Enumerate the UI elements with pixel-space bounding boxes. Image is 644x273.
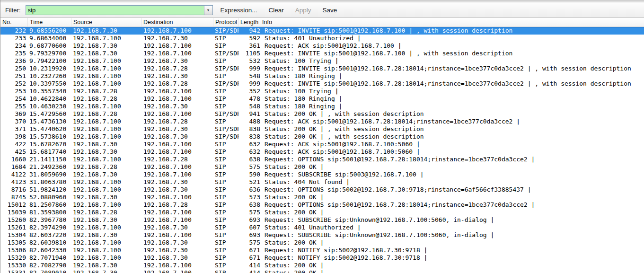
apply-button: Apply	[291, 5, 316, 16]
packet-row[interactable]: 37015.4736130192.168.7.100192.168.7.28SI…	[0, 118, 644, 125]
packet-row[interactable]: 1526182.3974290192.168.7.100192.168.7.30…	[0, 224, 644, 231]
packet-row[interactable]: 1532982.7071940192.168.7.100192.168.7.30…	[0, 254, 644, 262]
column-header-info[interactable]: Info	[260, 18, 644, 26]
packet-row[interactable]: 2339.68634000192.168.7.100192.168.7.30SI…	[0, 35, 644, 42]
packet-destination: 192.168.7.100	[141, 262, 213, 269]
packet-length: 548	[238, 72, 260, 80]
packet-info: Status: 180 Ringing |	[260, 72, 644, 80]
packet-source: 192.168.7.28	[71, 95, 141, 103]
packet-protocol: SIP/SDP	[213, 80, 238, 88]
packet-row[interactable]: 874552.0880960192.168.7.30192.168.7.100S…	[0, 194, 644, 201]
packet-row[interactable]: 1503981.3593800192.168.7.28192.168.7.100…	[0, 209, 644, 216]
packet-length: 532	[238, 57, 260, 65]
packet-destination: 192.168.7.100	[141, 216, 213, 224]
packet-row[interactable]: 25110.2327260192.168.7.100192.168.7.30SI…	[0, 72, 644, 80]
packet-protocol: SIP/SDP	[213, 50, 238, 57]
packet-list-header: No. Time Source Destination Protocol Len…	[0, 18, 644, 27]
filter-label: Filter:	[5, 7, 21, 14]
column-header-length[interactable]: Length	[238, 18, 260, 26]
packet-info: Status: 200 OK | , with session descript…	[260, 125, 644, 133]
column-header-no[interactable]: No.	[0, 18, 28, 26]
packet-number: 253	[0, 88, 28, 95]
packet-number: 371	[0, 125, 28, 133]
packet-number: 15304	[0, 231, 28, 239]
packet-row[interactable]: 36915.4729560192.168.7.28192.168.7.100SI…	[0, 110, 644, 118]
column-header-protocol[interactable]: Protocol	[213, 18, 238, 26]
packet-row[interactable]: 25410.4622840192.168.7.28192.168.7.100SI…	[0, 95, 644, 103]
packet-row[interactable]: 42215.6782670192.168.7.30192.168.7.100SI…	[0, 141, 644, 148]
expression-button[interactable]: Expression...	[216, 5, 262, 16]
packet-length: 1105	[238, 50, 260, 57]
packet-source: 192.168.7.100	[71, 247, 141, 254]
packet-length: 838	[238, 125, 260, 133]
packet-number: 255	[0, 103, 28, 110]
packet-time: 10.2327260	[28, 72, 71, 80]
save-button[interactable]: Save	[318, 5, 342, 16]
packet-destination: 192.168.7.30	[141, 35, 213, 42]
packet-row[interactable]: 871651.9824120192.168.7.100192.168.7.30S…	[0, 186, 644, 194]
packet-length: 414	[238, 269, 260, 273]
packet-length: 693	[238, 216, 260, 224]
filter-input[interactable]	[26, 6, 204, 15]
packet-protocol: SIP	[213, 178, 238, 186]
packet-row[interactable]: 25310.3557340192.168.7.28192.168.7.100SI…	[0, 88, 644, 95]
packet-row[interactable]: 2349.68770600192.168.7.30192.168.7.100SI…	[0, 42, 644, 50]
packet-protocol: SIP	[213, 156, 238, 163]
packet-info: Status: 401 Unauthorized |	[260, 224, 644, 231]
packet-protocol: SIP	[213, 141, 238, 148]
packet-row[interactable]: 1533082.7082790192.168.7.30192.168.7.100…	[0, 262, 644, 269]
packet-length: 352	[238, 88, 260, 95]
column-header-source[interactable]: Source	[71, 18, 141, 26]
packet-row[interactable]: 25010.2319920192.168.7.100192.168.7.28SI…	[0, 65, 644, 72]
packet-time: 9.68770600	[28, 42, 71, 50]
packet-length: 638	[238, 156, 260, 163]
packet-time: 9.68556200	[28, 27, 71, 35]
packet-protocol: SIP	[213, 42, 238, 50]
packet-source: 192.168.7.30	[71, 141, 141, 148]
packet-number: 422	[0, 141, 28, 148]
packet-number: 1684	[0, 163, 28, 171]
packet-destination: 192.168.7.28	[141, 201, 213, 209]
packet-length: 361	[238, 42, 260, 50]
packet-row[interactable]: 1530482.6037220192.168.7.30192.168.7.100…	[0, 231, 644, 239]
clear-button[interactable]: Clear	[264, 5, 289, 16]
packet-number: 15260	[0, 216, 28, 224]
packet-protocol: SIP	[213, 186, 238, 194]
packet-row[interactable]: 412231.8059690192.168.7.30192.168.7.100S…	[0, 171, 644, 178]
packet-source: 192.168.7.30	[71, 50, 141, 57]
packet-row[interactable]: 1533182.7089010192.168.7.30192.168.7.100…	[0, 269, 644, 273]
column-header-destination[interactable]: Destination	[141, 18, 213, 26]
packet-row[interactable]: 1530682.6042330192.168.7.100192.168.7.30…	[0, 247, 644, 254]
packet-protocol: SIP	[213, 118, 238, 125]
packet-source: 192.168.7.100	[71, 118, 141, 125]
packet-number: 4123	[0, 178, 28, 186]
packet-row[interactable]: 25510.4630230192.168.7.100192.168.7.30SI…	[0, 103, 644, 110]
filter-combobox[interactable]: ▼	[26, 5, 213, 15]
packet-source: 192.168.7.30	[71, 27, 141, 35]
packet-destination: 192.168.7.100	[141, 171, 213, 178]
packet-row-selected[interactable]: 2329.68556200192.168.7.30192.168.7.100SI…	[0, 27, 644, 35]
packet-row[interactable]: 166021.1411150192.168.7.100192.168.7.28S…	[0, 156, 644, 163]
packet-row[interactable]: 2369.79422100192.168.7.100192.168.7.30SI…	[0, 57, 644, 65]
packet-row[interactable]: 2359.79329700192.168.7.30192.168.7.100SI…	[0, 50, 644, 57]
packet-protocol: SIP	[213, 95, 238, 103]
packet-row[interactable]: 412331.8063780192.168.7.100192.168.7.30S…	[0, 178, 644, 186]
packet-row[interactable]: 37115.4740620192.168.7.100192.168.7.30SI…	[0, 125, 644, 133]
filter-dropdown-button[interactable]: ▼	[204, 6, 212, 15]
packet-source: 192.168.7.100	[71, 35, 141, 42]
packet-row[interactable]: 39815.5738610192.168.7.100192.168.7.30SI…	[0, 133, 644, 141]
packet-length: 632	[238, 148, 260, 156]
packet-row[interactable]: 25210.3397550192.168.7.100192.168.7.28SI…	[0, 80, 644, 88]
column-header-time[interactable]: Time	[28, 18, 71, 26]
packet-destination: 192.168.7.30	[141, 125, 213, 133]
packet-row[interactable]: 1526082.3967780192.168.7.30192.168.7.100…	[0, 216, 644, 224]
packet-number: 425	[0, 148, 28, 156]
packet-number: 1660	[0, 156, 28, 163]
packet-row[interactable]: 1530582.6039810192.168.7.100192.168.7.30…	[0, 239, 644, 247]
packet-row[interactable]: 1501281.2507860192.168.7.100192.168.7.28…	[0, 201, 644, 209]
packet-row[interactable]: 168421.2492360192.168.7.28192.168.7.100S…	[0, 163, 644, 171]
packet-info: Request: ACK sip:5001@192.168.7.100:5060…	[260, 141, 644, 148]
packet-row[interactable]: 42515.6817740192.168.7.30192.168.7.100SI…	[0, 148, 644, 156]
packet-protocol: SIP	[213, 201, 238, 209]
packet-source: 192.168.7.28	[71, 163, 141, 171]
